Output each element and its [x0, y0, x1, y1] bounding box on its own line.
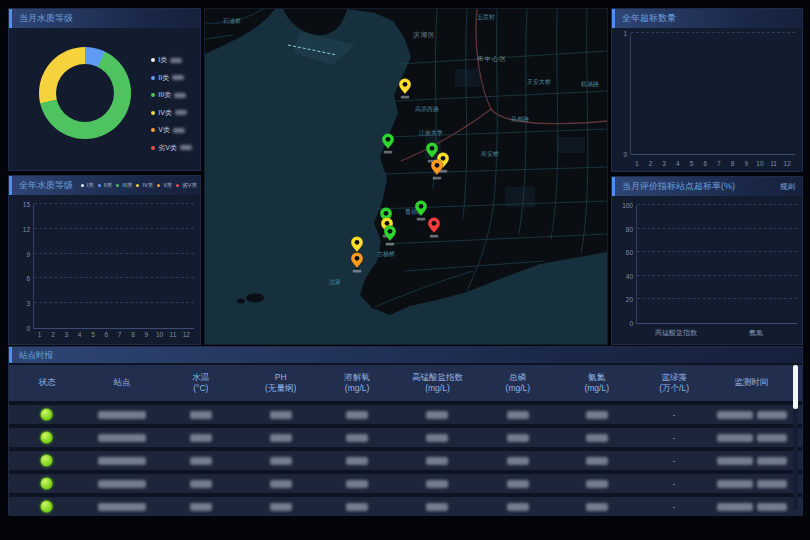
redacted-value [586, 434, 608, 442]
redacted-value [270, 434, 292, 442]
redacted-value [190, 457, 212, 465]
redacted-value [346, 411, 368, 419]
map-label: 寿安桥 [480, 150, 499, 157]
legend-item[interactable]: III类 [116, 182, 132, 189]
redacted-value [426, 457, 448, 465]
legend-item[interactable]: V类 [157, 182, 172, 189]
algae-value: - [673, 456, 676, 465]
status-dot-green [40, 477, 53, 490]
redacted-time [757, 480, 787, 488]
column-header: 监测时间 [711, 378, 792, 387]
redacted-value [426, 434, 448, 442]
redacted-value [190, 480, 212, 488]
legend-item[interactable]: III类 [151, 90, 192, 100]
redacted-value [586, 411, 608, 419]
redacted-time [757, 457, 787, 465]
map-island [246, 294, 264, 303]
x-axis-labels: 123456789101112 [630, 160, 794, 167]
column-header: 站点 [85, 378, 159, 387]
status-dot-green [40, 500, 53, 513]
redacted-value [586, 503, 608, 511]
redacted-time [757, 434, 787, 442]
y-axis-labels: 03691215 [11, 204, 30, 328]
map-label: 江南大学 [419, 129, 443, 136]
table-row[interactable]: - [9, 474, 802, 493]
redacted-value [507, 457, 529, 465]
redacted-site-name [98, 434, 146, 442]
redacted-value [190, 411, 212, 419]
redacted-time [757, 411, 787, 419]
redacted-value [270, 480, 292, 488]
map-label: 市中心区 [477, 55, 507, 62]
year-quality-legend[interactable]: I类II类III类IV类V类劣V类 [81, 176, 197, 195]
map-label: 古杨桥 [377, 251, 395, 258]
redacted-site-name [98, 480, 146, 488]
column-header: 水温(°C) [159, 373, 243, 394]
column-header: 溶解氧(mg/L) [319, 373, 396, 394]
legend-item[interactable]: IV类 [151, 108, 192, 118]
column-header: 高锰酸盐指数(mg/L) [396, 373, 480, 394]
redacted-value [190, 503, 212, 511]
panel-title: 当月水质等级 [9, 9, 200, 28]
redacted-value [507, 503, 529, 511]
redacted-value [270, 411, 292, 419]
table-header: 状态站点水温(°C)PH(无量纲)溶解氧(mg/L)高锰酸盐指数(mg/L)总磷… [9, 365, 802, 401]
column-header: 总磷(mg/L) [479, 373, 556, 394]
table-row[interactable]: - [9, 497, 802, 516]
table-scrollbar-thumb[interactable] [793, 365, 798, 409]
redacted-value [346, 457, 368, 465]
legend-item[interactable]: II类 [151, 73, 192, 83]
redacted-value [507, 434, 529, 442]
map-canvas: 石浦桥五星村滨湖区市中心区天安大桥机场路高浪西路吴都路江南大学寿安桥青祁桥古杨桥… [205, 9, 607, 344]
column-header: 状态 [9, 378, 85, 387]
redacted-value [586, 457, 608, 465]
redacted-site-name [98, 503, 146, 511]
status-dot-green [40, 454, 53, 467]
redacted-value [507, 411, 529, 419]
map-label: 五星村 [477, 14, 495, 21]
table-row[interactable]: - [9, 428, 802, 447]
map-label: 天安大桥 [527, 78, 551, 85]
legend-item[interactable]: V类 [151, 125, 192, 135]
table-row[interactable]: - [9, 405, 802, 424]
map-label: 机场路 [581, 81, 599, 88]
redacted-site-name [98, 457, 146, 465]
redacted-date [717, 480, 753, 488]
legend-item[interactable]: IV类 [136, 182, 153, 189]
algae-value: - [673, 433, 676, 442]
map-panel[interactable]: 石浦桥五星村滨湖区市中心区天安大桥机场路高浪西路吴都路江南大学寿安桥青祁桥古杨桥… [204, 8, 608, 345]
panel-title: 当月评价指标站点超标率(%) 规则 [612, 177, 802, 196]
panel-title-text: 当月评价指标站点超标率(%) [622, 181, 735, 191]
map-label: 高浪西路 [415, 105, 439, 113]
column-header: 蓝绿藻(万个/L) [637, 373, 711, 394]
legend-item[interactable]: I类 [151, 55, 192, 65]
legend-item[interactable]: 劣V类 [151, 143, 192, 153]
legend-item[interactable]: 劣V类 [176, 182, 197, 189]
redacted-value [346, 503, 368, 511]
panel-month-quality: 当月水质等级 I类II类III类IV类V类劣V类 [8, 8, 201, 171]
status-dot-green [40, 408, 53, 421]
redacted-value [507, 480, 529, 488]
table-title: 站点时报 [9, 347, 802, 363]
table-body: ----- [9, 401, 802, 514]
column-header: 氨氮(mg/L) [556, 373, 637, 394]
table-row[interactable]: - [9, 451, 802, 470]
map-label: 吴都路 [511, 116, 529, 123]
column-header: PH(无量纲) [243, 373, 319, 394]
map-label: 石浦桥 [222, 17, 241, 25]
redacted-date [717, 434, 753, 442]
legend-item[interactable]: I类 [81, 182, 94, 189]
station-table-panel: 站点时报 状态站点水温(°C)PH(无量纲)溶解氧(mg/L)高锰酸盐指数(mg… [8, 346, 803, 515]
rules-link[interactable]: 规则 [780, 177, 795, 196]
redacted-value [586, 480, 608, 488]
panel-year-exceed: 全年超标数量 01 123456789101112 [611, 8, 803, 172]
redacted-date [717, 457, 753, 465]
legend-item[interactable]: II类 [98, 182, 113, 189]
redacted-value [190, 434, 212, 442]
redacted-value [426, 480, 448, 488]
redacted-value [426, 503, 448, 511]
map-label: 沈家 [329, 278, 341, 286]
donut-chart [39, 47, 131, 139]
y-axis-labels: 020406080100 [614, 205, 633, 323]
redacted-date [717, 411, 753, 419]
